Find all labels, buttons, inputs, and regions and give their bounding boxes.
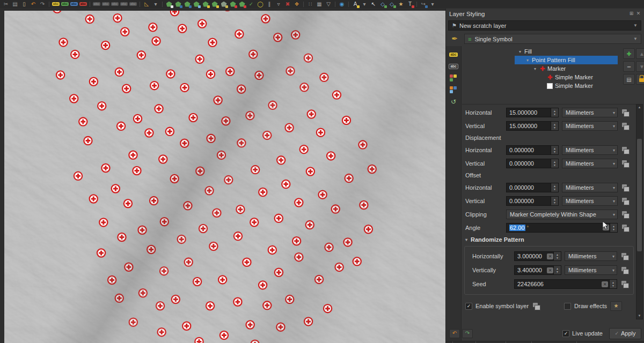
style-redo-button[interactable]: ↷ <box>462 329 473 338</box>
live-update-checkbox[interactable]: ✓ <box>562 330 569 337</box>
masks-tab[interactable]: abc <box>449 62 458 70</box>
vertex-tool-layer-icon[interactable] <box>211 1 218 8</box>
paste-features-icon[interactable]: ▯ <box>20 1 28 8</box>
spinner[interactable]: ▲▼ <box>551 146 558 154</box>
scroll-up-icon[interactable]: ▲ <box>636 105 642 110</box>
spinner[interactable]: ▲▼ <box>553 266 561 274</box>
measure-icon[interactable]: ◺ <box>143 1 150 8</box>
filter-icon[interactable]: ▽ <box>325 1 332 8</box>
delete-ring-icon[interactable]: ✖ <box>284 1 291 8</box>
globe-icon[interactable]: ◉ <box>338 1 346 8</box>
cut-features-icon[interactable]: ✂ <box>2 1 10 8</box>
layer-labeling-icon[interactable]: abc <box>52 1 60 8</box>
copy-move-feature-icon[interactable] <box>184 1 191 8</box>
pointer-tool-icon[interactable]: ↖ <box>370 1 377 8</box>
enable-symbol-layer-checkbox[interactable]: ✓ <box>465 303 472 310</box>
tree-item-simple-marker[interactable]: ✚Simple Marker <box>515 73 618 81</box>
rotate-feature-icon[interactable] <box>193 1 200 8</box>
data-defined-override-button[interactable] <box>621 211 631 218</box>
expander-icon[interactable]: ▾ <box>518 49 522 54</box>
redo-icon[interactable]: ↷ <box>39 1 46 8</box>
measure-dropdown-icon[interactable]: ▾ <box>152 1 159 8</box>
offset-horizontal-unit[interactable]: Millimeters▾ <box>562 183 618 192</box>
displacement-vertical-unit[interactable]: Millimeters▾ <box>562 159 618 168</box>
pin-labels-icon[interactable]: abc <box>70 1 78 8</box>
expander-icon[interactable]: ▾ <box>533 66 537 71</box>
move-label-icon[interactable]: abc <box>93 1 100 8</box>
layer-selector-dropdown[interactable]: ⚑ New scratch layer ▼ <box>448 20 641 31</box>
map-canvas[interactable] <box>4 11 445 343</box>
tree-item-marker[interactable]: ▾✚Marker <box>515 64 618 73</box>
spinner[interactable]: ▲▼ <box>609 280 617 288</box>
highlight-labels-icon[interactable]: abc <box>79 1 87 8</box>
reshape-features-icon[interactable]: ◯ <box>257 1 264 8</box>
view-3d-tab[interactable] <box>449 74 458 82</box>
distance-horizontal-input[interactable]: 15.000000▲▼ <box>506 108 559 117</box>
displacement-vertical-input[interactable]: 0.000000▲▼ <box>506 159 559 168</box>
randomize-pattern-header[interactable]: ▾ Randomize Pattern <box>462 234 636 245</box>
undo-icon[interactable]: ↶ <box>30 1 37 8</box>
data-defined-override-button[interactable] <box>620 280 630 288</box>
clear-icon[interactable]: ✕ <box>602 281 608 287</box>
move-feature-icon[interactable] <box>174 1 182 8</box>
forward-dropdown-icon[interactable]: ▾ <box>429 1 436 8</box>
annotation-icon[interactable]: A <box>352 1 359 8</box>
forward-icon[interactable]: ↪ <box>420 1 427 8</box>
move-up-button[interactable]: ▲ <box>636 48 644 59</box>
randomize-horizontal-unit[interactable]: Millimeters▾ <box>565 251 617 261</box>
spinner[interactable]: ▲▼ <box>551 122 558 130</box>
spinner[interactable]: ▲▼ <box>610 223 617 232</box>
split-features-icon[interactable]: ✓ <box>247 1 255 8</box>
data-defined-override-button[interactable] <box>620 252 630 260</box>
spinner[interactable]: ▲▼ <box>551 159 558 168</box>
offset-curve-icon[interactable]: ∥ <box>266 1 273 8</box>
checker-icon[interactable]: ▿ <box>275 1 282 8</box>
data-defined-override-button[interactable] <box>532 302 541 310</box>
data-defined-override-button[interactable] <box>621 109 631 116</box>
add-feature-icon[interactable] <box>165 1 173 8</box>
lock-colors-button[interactable] <box>636 74 644 85</box>
data-defined-override-button[interactable] <box>621 122 631 130</box>
data-defined-override-button[interactable] <box>621 184 631 191</box>
data-defined-override-button[interactable] <box>621 224 631 232</box>
data-defined-override-button[interactable] <box>621 146 631 154</box>
labels-tab[interactable]: abc <box>449 50 458 58</box>
delete-part-icon[interactable] <box>238 1 246 8</box>
symbology-active-tab-icon[interactable]: ✒ <box>449 34 460 44</box>
node-edit-alt-icon[interactable]: ◇ <box>388 1 396 8</box>
favorites-icon[interactable]: ★ <box>397 1 405 8</box>
clear-icon[interactable]: ✕ <box>547 253 553 259</box>
close-panel-icon[interactable]: ✕ <box>635 11 641 17</box>
data-defined-override-button[interactable] <box>620 266 630 274</box>
style-manager-icon[interactable]: ❖ <box>293 1 301 8</box>
tree-item-simple-marker[interactable]: Simple Marker <box>515 81 618 90</box>
scroll-down-icon[interactable]: ▼ <box>636 313 642 319</box>
vertex-tool-icon[interactable] <box>202 1 209 8</box>
scrollbar-thumb[interactable] <box>637 139 642 251</box>
vertex-tool-disabled-icon[interactable] <box>220 1 228 8</box>
panels-icon[interactable]: ▦ <box>316 1 323 8</box>
callout-label-icon[interactable]: abc <box>129 1 137 8</box>
randomize-vertical-unit[interactable]: Millimeters▾ <box>565 265 617 275</box>
undock-panel-icon[interactable]: ⊞ <box>628 11 634 17</box>
renderer-dropdown[interactable]: ≡ Single Symbol ▼ <box>464 34 641 44</box>
spinner[interactable]: ▲▼ <box>551 197 558 205</box>
curved-label-icon[interactable]: abc <box>120 1 128 8</box>
save-symbol-button[interactable]: ▤ <box>623 74 635 85</box>
effects-star-button[interactable]: ★ <box>610 301 622 311</box>
layer-diagram-icon[interactable]: abc <box>61 1 69 8</box>
rotate-label-icon[interactable]: abc <box>102 1 109 8</box>
node-edit-icon[interactable]: ◇ <box>379 1 386 8</box>
data-defined-override-button[interactable] <box>621 197 631 205</box>
clear-icon[interactable]: ✕ <box>547 267 553 273</box>
history-tab[interactable]: ↺ <box>449 98 458 106</box>
tree-item-point-pattern-fill[interactable]: ▾Point Pattern Fill <box>515 56 618 64</box>
draw-effects-checkbox[interactable]: ✓ <box>564 303 571 310</box>
randomize-vertical-input[interactable]: 3.400000✕▲▼ <box>514 265 561 275</box>
offset-vertical-unit[interactable]: Millimeters▾ <box>562 196 618 206</box>
seed-input[interactable]: 22426606✕▲▼ <box>514 279 617 289</box>
add-symbol-layer-button[interactable]: ✚ <box>623 48 635 59</box>
offset-horizontal-input[interactable]: 0.000000▲▼ <box>506 183 559 192</box>
randomize-horizontal-input[interactable]: 3.000000✕▲▼ <box>514 251 561 261</box>
tree-item-fill[interactable]: ▾Fill <box>515 47 618 56</box>
